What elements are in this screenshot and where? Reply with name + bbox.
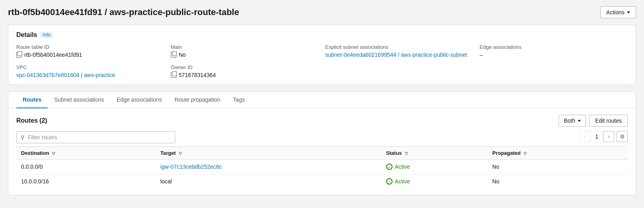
copy-icon-route-table-id[interactable] bbox=[16, 52, 22, 58]
detail-vpc: VPC vpc-041363d7b7e801604 | aws-practice bbox=[16, 64, 164, 78]
sort-icon-target[interactable]: ▽ bbox=[179, 151, 182, 156]
tabs-header: Routes Subnet associations Edge associat… bbox=[8, 92, 636, 108]
row1-destination: 0.0.0.0/0 bbox=[16, 160, 156, 174]
info-badge[interactable]: Info bbox=[40, 32, 53, 38]
pagination-row: ‹ 1 › ⚙ bbox=[579, 131, 628, 142]
chevron-down-icon bbox=[627, 12, 630, 13]
detail-edge-associations: Edge associations – bbox=[480, 44, 628, 78]
table-header-row: Destination ▽ Target ▽ Status ▽ Propag bbox=[16, 147, 628, 160]
sort-icon-destination[interactable]: ▽ bbox=[52, 151, 55, 156]
edit-routes-button[interactable]: Edit routes bbox=[589, 115, 628, 127]
routes-title: Routes bbox=[16, 117, 38, 124]
detail-explicit-subnet: Explicit subnet associations subnet-0e4e… bbox=[325, 44, 474, 78]
row1-target: igw-07c13cebdb252ec8c bbox=[156, 160, 381, 174]
tab-subnet-associations[interactable]: Subnet associations bbox=[48, 92, 110, 108]
both-button[interactable]: Both bbox=[559, 115, 586, 127]
row2-status: ✓ Active bbox=[381, 174, 487, 189]
sort-icon-propagated[interactable]: ▽ bbox=[524, 151, 527, 156]
pagination-prev-button[interactable]: ‹ bbox=[579, 131, 590, 142]
col-target: Target ▽ bbox=[156, 147, 381, 160]
row2-destination: 10.0.0.0/16 bbox=[16, 174, 156, 189]
col-destination: Destination ▽ bbox=[16, 147, 156, 160]
page-title: rtb-0f5b40014ee41fd91 / aws-practice-pub… bbox=[8, 7, 239, 17]
edge-associations-label: Edge associations bbox=[480, 44, 628, 50]
sort-icon-status[interactable]: ▽ bbox=[405, 151, 408, 156]
vpc-label: VPC bbox=[16, 64, 164, 70]
row2-status-active: ✓ Active bbox=[386, 178, 483, 185]
status-active-icon-2: ✓ bbox=[386, 178, 393, 185]
row2-propagated: No bbox=[487, 174, 628, 189]
routes-actions: Both Edit routes bbox=[559, 115, 628, 127]
row1-target-link[interactable]: igw-07c13cebdb252ec8c bbox=[161, 164, 222, 170]
tab-tags[interactable]: Tags bbox=[227, 92, 251, 108]
main-label: Main bbox=[171, 44, 319, 50]
owner-id-value: 571678314364 bbox=[171, 72, 319, 78]
copy-icon-main[interactable] bbox=[171, 52, 176, 58]
detail-route-table-id: Route table ID rtb-0f5b40014ee41fd91 VPC… bbox=[16, 44, 164, 78]
routes-count: (2) bbox=[39, 117, 47, 124]
routes-header: Routes (2) Both Edit routes bbox=[16, 115, 628, 127]
explicit-subnet-label: Explicit subnet associations bbox=[325, 44, 474, 50]
edge-associations-value: – bbox=[480, 52, 628, 58]
detail-owner-id: Owner ID 571678314364 bbox=[171, 64, 319, 78]
pagination-next-button[interactable]: › bbox=[603, 131, 614, 142]
main-value: No bbox=[171, 52, 319, 58]
details-title: Details bbox=[16, 31, 37, 39]
tab-route-propagation[interactable]: Route propagation bbox=[168, 92, 226, 108]
both-chevron-icon bbox=[578, 120, 581, 122]
filter-routes-input-wrap[interactable]: ⚲ bbox=[16, 131, 175, 143]
row1-propagated: No bbox=[487, 160, 628, 174]
tab-content-routes: Routes (2) Both Edit routes ⚲ bbox=[8, 108, 636, 195]
row1-status-active: ✓ Active bbox=[386, 164, 483, 170]
col-status: Status ▽ bbox=[381, 147, 487, 160]
search-icon: ⚲ bbox=[21, 135, 25, 141]
table-row: 10.0.0.0/16 local ✓ Active No bbox=[16, 174, 628, 189]
routes-table: Destination ▽ Target ▽ Status ▽ Propag bbox=[16, 146, 628, 189]
owner-id-label: Owner ID bbox=[171, 64, 319, 70]
details-card: Details Info Route table ID rtb-0f5b4001… bbox=[8, 25, 636, 85]
table-row: 0.0.0.0/0 igw-07c13cebdb252ec8c ✓ Active bbox=[16, 160, 628, 174]
actions-button[interactable]: Actions bbox=[600, 6, 636, 18]
route-table-id-label: Route table ID bbox=[16, 44, 164, 50]
row1-status: ✓ Active bbox=[381, 160, 487, 174]
col-propagated: Propagated ▽ bbox=[487, 147, 628, 160]
vpc-value[interactable]: vpc-041363d7b7e801604 | aws-practice bbox=[16, 72, 164, 78]
row2-target: local bbox=[156, 174, 381, 189]
details-grid: Route table ID rtb-0f5b40014ee41fd91 VPC… bbox=[16, 44, 628, 78]
details-header: Details Info bbox=[16, 31, 628, 39]
tab-routes[interactable]: Routes bbox=[16, 92, 48, 108]
settings-icon[interactable]: ⚙ bbox=[617, 131, 628, 142]
tabs-container: Routes Subnet associations Edge associat… bbox=[8, 91, 636, 195]
copy-icon-owner-id[interactable] bbox=[171, 72, 176, 78]
route-table-id-value: rtb-0f5b40014ee41fd91 bbox=[16, 52, 164, 58]
tab-edge-associations[interactable]: Edge associations bbox=[110, 92, 168, 108]
pagination-page: 1 bbox=[593, 133, 601, 140]
page-header: rtb-0f5b40014ee41fd91 / aws-practice-pub… bbox=[8, 6, 636, 18]
status-active-icon: ✓ bbox=[386, 164, 393, 170]
explicit-subnet-value[interactable]: subnet-0e4eeda6021699544 / aws-practice-… bbox=[325, 52, 474, 58]
filter-routes-input[interactable] bbox=[28, 134, 171, 141]
detail-main: Main No Owner ID 571678314364 bbox=[171, 44, 319, 78]
